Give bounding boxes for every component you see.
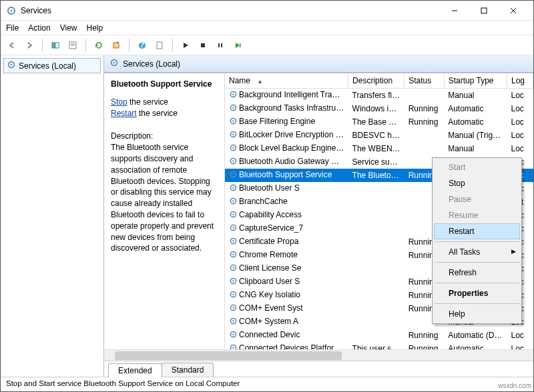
- nav-item-services-local[interactable]: Services (Local): [3, 58, 101, 73]
- maximize-button[interactable]: [469, 1, 499, 20]
- col-status[interactable]: Status: [405, 73, 444, 89]
- show-hide-tree-button[interactable]: [48, 38, 63, 53]
- nav-tree: Services (Local): [1, 55, 104, 377]
- gear-icon: [229, 303, 238, 314]
- properties-toolbar-button[interactable]: [65, 38, 80, 53]
- gear-icon: [229, 210, 238, 221]
- svg-point-24: [232, 93, 234, 95]
- nav-item-label: Services (Local): [19, 61, 76, 71]
- menu-file[interactable]: File: [6, 23, 19, 33]
- gear-icon: [229, 197, 238, 207]
- svg-rect-7: [55, 43, 59, 48]
- start-service-button[interactable]: [178, 38, 193, 53]
- svg-point-54: [232, 293, 234, 295]
- tab-extended[interactable]: Extended: [108, 363, 162, 377]
- ctx-all-tasks[interactable]: All Tasks▶: [434, 244, 520, 260]
- titlebar: Services: [1, 1, 533, 21]
- close-button[interactable]: [499, 1, 528, 20]
- table-row[interactable]: Connected Devices Platfor…This user ser……: [225, 342, 533, 349]
- ctx-help[interactable]: Help: [434, 306, 520, 322]
- ctx-pause: Pause: [434, 191, 520, 207]
- main-panel: Services (Local) Bluetooth Support Servi…: [104, 55, 533, 377]
- gear-icon: [229, 263, 238, 274]
- svg-point-48: [232, 253, 234, 255]
- minimize-button[interactable]: [440, 1, 469, 20]
- svg-point-42: [232, 213, 234, 215]
- description-text: The Bluetooth service supports discovery…: [111, 142, 218, 254]
- menubar: File Action View Help: [1, 21, 533, 35]
- export-button[interactable]: [109, 38, 123, 53]
- col-logon[interactable]: Log: [507, 73, 533, 89]
- svg-rect-14: [157, 42, 162, 49]
- svg-point-58: [232, 320, 234, 321]
- svg-point-38: [232, 187, 234, 188]
- panel-header-label: Services (Local): [123, 59, 180, 69]
- services-window: Services File Action View Help ? Se: [0, 0, 534, 392]
- table-row[interactable]: BitLocker Drive Encryption …BDESVC hos…M…: [225, 129, 533, 142]
- help-toolbar-button[interactable]: ?: [135, 38, 150, 53]
- table-row[interactable]: Background Tasks Infrastru…Windows in…Ru…: [225, 102, 533, 115]
- menu-help[interactable]: Help: [87, 23, 103, 33]
- table-row[interactable]: Connected DevicRunningAutomatic (D…Loc: [225, 329, 533, 342]
- doc-button[interactable]: [152, 38, 167, 53]
- action-stop-line: Stop the service: [111, 97, 218, 108]
- col-description[interactable]: Description: [348, 73, 405, 89]
- ctx-stop[interactable]: Stop: [434, 175, 520, 191]
- svg-rect-15: [201, 43, 205, 47]
- tab-standard[interactable]: Standard: [162, 363, 214, 377]
- gear-icon: [229, 183, 238, 194]
- watermark: wsxdn.com: [498, 382, 531, 389]
- chevron-right-icon: ▶: [511, 248, 516, 255]
- scrollbar-thumb[interactable]: [115, 351, 342, 360]
- back-button[interactable]: [5, 38, 19, 53]
- gear-icon: [229, 317, 238, 327]
- app-icon: [6, 5, 17, 16]
- refresh-button[interactable]: [91, 38, 106, 53]
- table-row[interactable]: Block Level Backup Engine …The WBENG…Man…: [225, 142, 533, 155]
- svg-point-26: [232, 107, 234, 108]
- table-row[interactable]: Background Intelligent Trans…Transfers f…: [225, 89, 533, 103]
- action-restart-line: Restart the service: [111, 108, 218, 119]
- ctx-restart[interactable]: Restart: [434, 223, 520, 239]
- pause-service-button[interactable]: [213, 38, 228, 53]
- forward-button[interactable]: [22, 38, 37, 53]
- svg-rect-16: [218, 43, 220, 47]
- horizontal-scrollbar[interactable]: [104, 349, 533, 361]
- detail-pane: Bluetooth Support Service Stop the servi…: [104, 73, 224, 349]
- gear-icon: [229, 290, 238, 301]
- gear-icon: [229, 170, 238, 181]
- svg-point-22: [113, 62, 115, 64]
- svg-point-34: [232, 160, 234, 161]
- gear-icon: [229, 103, 238, 114]
- table-row[interactable]: Base Filtering EngineThe Base Fil…Runnin…: [225, 115, 533, 129]
- svg-point-44: [232, 227, 234, 228]
- gear-icon: [229, 343, 238, 349]
- gear-icon: [229, 143, 238, 154]
- stop-service-button[interactable]: [196, 38, 210, 53]
- gear-icon: [229, 250, 238, 261]
- context-menu: Start Stop Pause Resume Restart All Task…: [432, 157, 522, 324]
- view-tabs: Extended Standard: [104, 361, 533, 377]
- svg-point-32: [232, 147, 234, 148]
- svg-point-62: [232, 347, 234, 348]
- menu-view[interactable]: View: [60, 23, 77, 33]
- service-list[interactable]: Name▲ Description Status Startup Type Lo…: [224, 73, 533, 349]
- svg-point-20: [11, 64, 13, 66]
- menu-action[interactable]: Action: [28, 23, 50, 33]
- restart-link[interactable]: Restart: [111, 109, 137, 118]
- stop-link[interactable]: Stop: [111, 97, 127, 107]
- ctx-refresh[interactable]: Refresh: [434, 265, 520, 281]
- col-startup[interactable]: Startup Type: [444, 73, 507, 89]
- statusbar: Stop and Start service Bluetooth Support…: [1, 377, 533, 391]
- gear-icon: [229, 237, 238, 247]
- body: Services (Local) Services (Local) Blueto…: [1, 55, 533, 377]
- svg-rect-6: [52, 43, 55, 48]
- ctx-properties[interactable]: Properties: [434, 285, 520, 301]
- col-name[interactable]: Name▲: [225, 73, 348, 89]
- svg-point-52: [232, 280, 234, 281]
- svg-point-30: [232, 133, 234, 135]
- gear-icon: [229, 130, 238, 141]
- ctx-resume: Resume: [434, 207, 520, 223]
- restart-service-button[interactable]: [230, 38, 245, 53]
- ctx-sep: [435, 241, 519, 242]
